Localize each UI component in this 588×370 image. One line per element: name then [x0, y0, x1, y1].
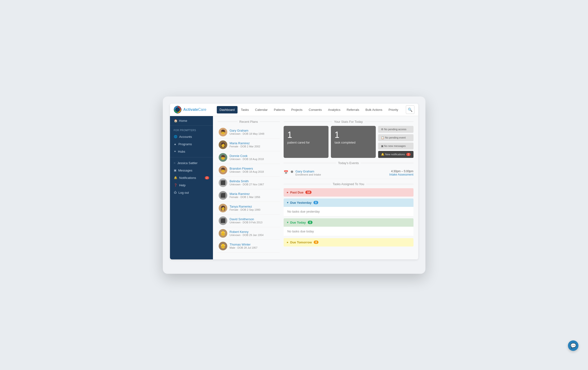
- right-col: Your Stats For Today 1 patient cared for…: [284, 120, 413, 252]
- search-button[interactable]: 🔍: [406, 105, 414, 114]
- sidebar-home[interactable]: 🏠 Home: [170, 116, 213, 126]
- sidebar-section-label: FOR PROMPTERS: [170, 126, 213, 133]
- task-groups: ▸Past Due10▾Due Yesterday0No tasks due y…: [284, 188, 413, 247]
- patient-name[interactable]: Belinda Smith: [230, 179, 279, 183]
- patient-list-item[interactable]: 👴Robert KennyUnknown · DOB 29 Jan 1954: [218, 227, 280, 240]
- nav-calendar[interactable]: Calendar: [252, 106, 271, 113]
- main-layout: 🏠 Home FOR PROMPTERS 🌐 Accounts ▲ Progra…: [170, 116, 418, 259]
- nav-items: Dashboard Tasks Calendar Patients Projec…: [217, 106, 406, 113]
- nav-patients[interactable]: Patients: [271, 106, 288, 113]
- chat-bubble[interactable]: 💬: [568, 340, 578, 351]
- stat-side-button-0[interactable]: ⚙ No pending access: [378, 126, 413, 133]
- sidebar: 🏠 Home FOR PROMPTERS 🌐 Accounts ▲ Progra…: [170, 116, 213, 259]
- nav-analytics[interactable]: Analytics: [325, 106, 343, 113]
- hubs-icon: ✦: [174, 150, 176, 153]
- recent-plans-col: Recent Plans 👦Gary GrahamUnknown · DOB 1…: [218, 120, 280, 252]
- patient-dob: Female · DOB 2 Mar 2002: [230, 145, 279, 148]
- nav-consents[interactable]: Consents: [306, 106, 325, 113]
- logo-light: Care: [198, 108, 207, 111]
- nav-tasks[interactable]: Tasks: [238, 106, 252, 113]
- patient-list: 👦Gary GrahamUnknown · DOB 18 May 1948👩Ma…: [218, 126, 280, 252]
- patient-dob: Unknown · DOB 18 Aug 2018: [230, 170, 279, 173]
- task-group-due-tomorrow: ▸Due Tomorrow0: [284, 238, 413, 247]
- task-group-header-due-yesterday[interactable]: ▾Due Yesterday0: [284, 198, 413, 207]
- patient-list-item[interactable]: 👦Brandon FlowersUnknown · DOB 18 Aug 201…: [218, 164, 280, 176]
- nav-projects[interactable]: Projects: [288, 106, 305, 113]
- patient-name[interactable]: David Smitherson: [230, 217, 279, 221]
- event-link[interactable]: Intake Assessment: [389, 173, 413, 176]
- event-item: 📅 Gary Graham Enrollment and Intake 4:30…: [284, 167, 413, 179]
- patient-list-item[interactable]: 👴Thomas WinterMale · DOB 28 Jul 1957: [218, 240, 280, 252]
- sidebar-item-logout[interactable]: ⏻ Log out: [170, 189, 213, 196]
- sidebar-hubs-label: Hubs: [178, 150, 185, 153]
- stat-side-button-3[interactable]: 🔔 New notifications2: [378, 151, 413, 158]
- patient-list-item[interactable]: ⬛Maria RamirezFemale · DOB 1 Mar 1956: [218, 189, 280, 202]
- patient-list-item[interactable]: 👦Gary GrahamUnknown · DOB 18 May 1948: [218, 126, 280, 139]
- patient-name[interactable]: Gary Graham: [230, 129, 279, 132]
- patient-dob: Female · DOB 1 Mar 1956: [230, 196, 279, 198]
- content-grid: Recent Plans 👦Gary GrahamUnknown · DOB 1…: [218, 120, 413, 252]
- nav-dashboard[interactable]: Dashboard: [217, 106, 238, 113]
- task-count-badge: 0: [314, 201, 318, 204]
- accounts-icon: 🌐: [174, 135, 177, 138]
- task-count-badge: 0: [308, 221, 313, 224]
- nav-priority[interactable]: Priority: [386, 106, 401, 113]
- event-time-range: 4:30pm – 5:00pm: [389, 170, 413, 173]
- logo-area: ActivateCare: [174, 106, 212, 113]
- tasks-section: Tasks Assigned To You ▸Past Due10▾Due Ye…: [284, 182, 413, 247]
- patient-avatar: 👩: [219, 204, 227, 212]
- sidebar-home-label: Home: [179, 119, 187, 122]
- patient-list-item[interactable]: 👩Maria RamirezFemale · DOB 2 Mar 2002: [218, 139, 280, 151]
- patient-list-item[interactable]: 👩Tanya RameriezFemale · DOB 2 Sep 1990: [218, 202, 280, 215]
- notifications-badge: 2: [205, 176, 209, 179]
- task-label: task completed: [335, 141, 356, 144]
- sidebar-item-help[interactable]: ❓ Help: [170, 182, 213, 189]
- sidebar-user-label: Jessica Sattler: [177, 161, 198, 165]
- chevron-icon: ▾: [287, 201, 288, 204]
- logo-bold: Activate: [183, 108, 198, 111]
- events-section: Today's Events 📅 Gary Graham Enrollment …: [284, 161, 413, 179]
- sidebar-item-user[interactable]: ○ Jessica Sattler: [170, 159, 213, 167]
- task-stat-card: 1 task completed: [331, 126, 376, 158]
- task-group-label: Past Due: [290, 191, 304, 194]
- sidebar-item-accounts[interactable]: 🌐 Accounts: [170, 133, 213, 141]
- event-time: 4:30pm – 5:00pm Intake Assessment: [389, 170, 413, 176]
- nav-bulk-actions[interactable]: Bulk Actions: [363, 106, 385, 113]
- event-patient-name[interactable]: Gary Graham: [295, 170, 387, 173]
- task-group-header-due-tomorrow[interactable]: ▸Due Tomorrow0: [284, 238, 413, 247]
- programs-icon: ▲: [174, 142, 177, 146]
- stat-side-button-1[interactable]: 📋 No pending event: [378, 134, 413, 141]
- patient-name[interactable]: Robert Kenny: [230, 230, 279, 234]
- nav-referrals[interactable]: Referrals: [344, 106, 362, 113]
- patient-name[interactable]: Donnie Cook: [230, 154, 279, 158]
- patient-dob: Unknown · DOB 27 Nov 1967: [230, 183, 279, 186]
- sidebar-item-hubs[interactable]: ✦ Hubs: [170, 148, 213, 155]
- patient-list-item[interactable]: 👦Donnie CookUnknown · DOB 18 Aug 2018: [218, 151, 280, 164]
- task-count: 1: [335, 131, 339, 139]
- patient-name[interactable]: Maria Ramirez: [230, 192, 279, 196]
- today-stats-row: 1 patient cared for 1 task completed ⚙ N…: [284, 126, 413, 158]
- sidebar-messages-label: Messages: [178, 169, 192, 172]
- task-group-header-past-due[interactable]: ▸Past Due10: [284, 188, 413, 196]
- task-empty-message: No tasks due today: [284, 227, 413, 236]
- patient-name[interactable]: Brandon Flowers: [230, 167, 279, 170]
- sidebar-item-programs[interactable]: ▲ Programs: [170, 141, 213, 148]
- patient-info: Maria RamirezFemale · DOB 1 Mar 1956: [230, 192, 279, 198]
- task-group-past-due: ▸Past Due10: [284, 188, 413, 196]
- stat-side-button-2[interactable]: ▣ No new messages: [378, 143, 413, 150]
- user-icon: ○: [174, 161, 176, 164]
- task-group-header-due-today[interactable]: ▾Due Today0: [284, 218, 413, 227]
- task-group-due-yesterday: ▾Due Yesterday0No tasks due yesterday: [284, 198, 413, 217]
- task-group-label: Due Tomorrow: [290, 240, 312, 244]
- patient-name[interactable]: Tanya Rameriez: [230, 205, 279, 208]
- patient-avatar: 👦: [219, 153, 227, 162]
- patient-list-item[interactable]: ⬛Belinda SmithUnknown · DOB 27 Nov 1967: [218, 176, 280, 189]
- home-icon: 🏠: [174, 119, 178, 122]
- top-nav: ActivateCare Dashboard Tasks Calendar Pa…: [170, 104, 418, 116]
- patient-name[interactable]: Maria Ramirez: [230, 141, 279, 145]
- sidebar-item-messages[interactable]: ▣ Messages: [170, 167, 213, 174]
- patient-list-item[interactable]: ⬛David SmithersonUnknown · DOB 9 Feb 201…: [218, 215, 280, 227]
- sidebar-item-notifications[interactable]: 🔔 Notifications 2: [170, 174, 213, 182]
- patient-info: Maria RamirezFemale · DOB 2 Mar 2002: [230, 141, 279, 148]
- patient-name[interactable]: Thomas Winter: [230, 243, 279, 246]
